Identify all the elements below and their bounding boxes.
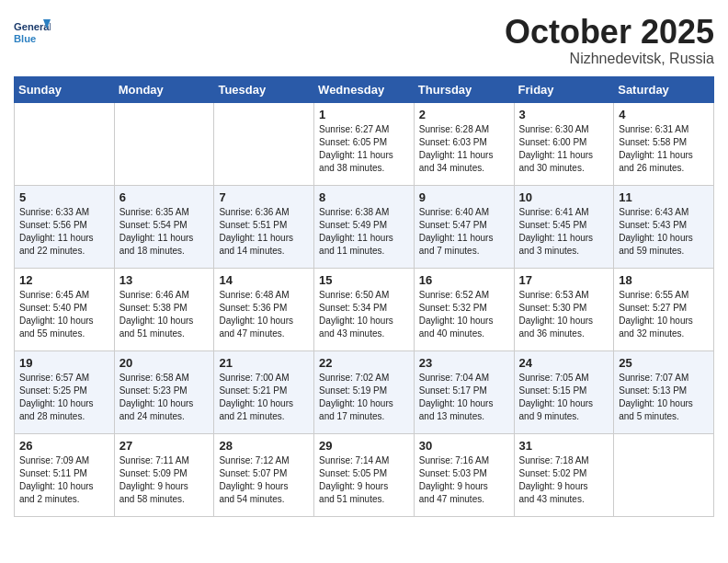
day-info: Sunrise: 7:16 AM Sunset: 5:03 PM Dayligh… <box>419 454 509 506</box>
day-number: 2 <box>419 108 509 121</box>
logo: General Blue <box>14 14 54 51</box>
day-info: Sunrise: 6:35 AM Sunset: 5:54 PM Dayligh… <box>119 206 210 258</box>
day-info: Sunrise: 7:04 AM Sunset: 5:17 PM Dayligh… <box>419 372 509 423</box>
day-number: 5 <box>19 190 109 204</box>
calendar-cell: 20Sunrise: 6:58 AM Sunset: 5:23 PM Dayli… <box>114 350 214 433</box>
day-number: 30 <box>419 439 509 453</box>
day-info: Sunrise: 6:30 AM Sunset: 6:00 PM Dayligh… <box>519 123 609 175</box>
calendar-cell: 27Sunrise: 7:11 AM Sunset: 5:09 PM Dayli… <box>114 433 214 516</box>
calendar-cell: 11Sunrise: 6:43 AM Sunset: 5:43 PM Dayli… <box>614 185 714 268</box>
day-number: 3 <box>519 108 609 121</box>
calendar-cell: 22Sunrise: 7:02 AM Sunset: 5:19 PM Dayli… <box>314 350 415 433</box>
day-info: Sunrise: 6:45 AM Sunset: 5:40 PM Dayligh… <box>19 289 109 340</box>
day-number: 17 <box>519 273 609 287</box>
day-number: 14 <box>219 273 309 287</box>
day-info: Sunrise: 7:12 AM Sunset: 5:07 PM Dayligh… <box>219 454 309 506</box>
calendar-cell <box>214 102 314 185</box>
day-info: Sunrise: 6:43 AM Sunset: 5:43 PM Dayligh… <box>619 206 709 258</box>
page-container: General Blue October 2025 Nizhnedevitsk,… <box>0 0 728 526</box>
day-info: Sunrise: 7:18 AM Sunset: 5:02 PM Dayligh… <box>519 454 609 506</box>
day-info: Sunrise: 6:27 AM Sunset: 6:05 PM Dayligh… <box>319 123 409 175</box>
day-number: 6 <box>119 190 210 204</box>
col-header-friday: Friday <box>514 76 614 102</box>
calendar-cell <box>114 102 214 185</box>
day-info: Sunrise: 6:53 AM Sunset: 5:30 PM Dayligh… <box>519 289 609 340</box>
day-info: Sunrise: 6:57 AM Sunset: 5:25 PM Dayligh… <box>19 372 109 423</box>
calendar-cell: 21Sunrise: 7:00 AM Sunset: 5:21 PM Dayli… <box>214 350 314 433</box>
day-info: Sunrise: 7:05 AM Sunset: 5:15 PM Dayligh… <box>519 372 609 423</box>
day-info: Sunrise: 6:33 AM Sunset: 5:56 PM Dayligh… <box>19 206 109 258</box>
day-info: Sunrise: 7:02 AM Sunset: 5:19 PM Dayligh… <box>319 372 409 423</box>
day-number: 1 <box>319 108 409 121</box>
day-info: Sunrise: 7:07 AM Sunset: 5:13 PM Dayligh… <box>619 372 709 423</box>
day-info: Sunrise: 6:31 AM Sunset: 5:58 PM Dayligh… <box>619 123 709 175</box>
day-info: Sunrise: 6:55 AM Sunset: 5:27 PM Dayligh… <box>619 289 709 340</box>
day-number: 29 <box>319 439 409 453</box>
day-number: 19 <box>19 356 109 370</box>
calendar-cell: 31Sunrise: 7:18 AM Sunset: 5:02 PM Dayli… <box>514 433 614 516</box>
location: Nizhnedevitsk, Russia <box>505 51 714 67</box>
calendar-cell <box>15 102 115 185</box>
calendar-cell: 17Sunrise: 6:53 AM Sunset: 5:30 PM Dayli… <box>514 268 614 350</box>
calendar-cell: 2Sunrise: 6:28 AM Sunset: 6:03 PM Daylig… <box>414 102 514 185</box>
week-row-4: 19Sunrise: 6:57 AM Sunset: 5:25 PM Dayli… <box>15 350 714 433</box>
calendar-cell: 5Sunrise: 6:33 AM Sunset: 5:56 PM Daylig… <box>15 185 115 268</box>
week-row-2: 5Sunrise: 6:33 AM Sunset: 5:56 PM Daylig… <box>15 185 714 268</box>
week-row-5: 26Sunrise: 7:09 AM Sunset: 5:11 PM Dayli… <box>15 433 714 516</box>
day-number: 24 <box>519 356 609 370</box>
calendar-table: SundayMondayTuesdayWednesdayThursdayFrid… <box>14 76 714 517</box>
calendar-cell: 8Sunrise: 6:38 AM Sunset: 5:49 PM Daylig… <box>314 185 415 268</box>
header-row: SundayMondayTuesdayWednesdayThursdayFrid… <box>15 76 714 102</box>
day-number: 7 <box>219 190 309 204</box>
day-number: 10 <box>519 190 609 204</box>
logo-icon: General Blue <box>14 14 51 51</box>
day-number: 9 <box>419 190 509 204</box>
month-title: October 2025 <box>505 14 714 51</box>
day-number: 12 <box>19 273 109 287</box>
day-number: 26 <box>19 439 109 453</box>
day-info: Sunrise: 6:58 AM Sunset: 5:23 PM Dayligh… <box>119 372 210 423</box>
calendar-cell: 14Sunrise: 6:48 AM Sunset: 5:36 PM Dayli… <box>214 268 314 350</box>
day-number: 21 <box>219 356 309 370</box>
day-number: 11 <box>619 190 709 204</box>
title-block: October 2025 Nizhnedevitsk, Russia <box>505 14 714 67</box>
day-number: 23 <box>419 356 509 370</box>
calendar-cell: 1Sunrise: 6:27 AM Sunset: 6:05 PM Daylig… <box>314 102 415 185</box>
day-info: Sunrise: 7:09 AM Sunset: 5:11 PM Dayligh… <box>19 454 109 506</box>
calendar-cell: 25Sunrise: 7:07 AM Sunset: 5:13 PM Dayli… <box>614 350 714 433</box>
day-number: 16 <box>419 273 509 287</box>
day-number: 22 <box>319 356 409 370</box>
calendar-cell: 4Sunrise: 6:31 AM Sunset: 5:58 PM Daylig… <box>614 102 714 185</box>
day-info: Sunrise: 6:41 AM Sunset: 5:45 PM Dayligh… <box>519 206 609 258</box>
calendar-cell: 9Sunrise: 6:40 AM Sunset: 5:47 PM Daylig… <box>414 185 514 268</box>
calendar-cell: 18Sunrise: 6:55 AM Sunset: 5:27 PM Dayli… <box>614 268 714 350</box>
calendar-cell: 15Sunrise: 6:50 AM Sunset: 5:34 PM Dayli… <box>314 268 415 350</box>
calendar-cell: 6Sunrise: 6:35 AM Sunset: 5:54 PM Daylig… <box>114 185 214 268</box>
calendar-cell: 10Sunrise: 6:41 AM Sunset: 5:45 PM Dayli… <box>514 185 614 268</box>
calendar-cell: 16Sunrise: 6:52 AM Sunset: 5:32 PM Dayli… <box>414 268 514 350</box>
calendar-cell: 7Sunrise: 6:36 AM Sunset: 5:51 PM Daylig… <box>214 185 314 268</box>
day-info: Sunrise: 7:14 AM Sunset: 5:05 PM Dayligh… <box>319 454 409 506</box>
day-number: 28 <box>219 439 309 453</box>
col-header-wednesday: Wednesday <box>314 76 415 102</box>
day-number: 13 <box>119 273 210 287</box>
day-info: Sunrise: 6:50 AM Sunset: 5:34 PM Dayligh… <box>319 289 409 340</box>
col-header-saturday: Saturday <box>614 76 714 102</box>
calendar-cell <box>614 433 714 516</box>
calendar-cell: 30Sunrise: 7:16 AM Sunset: 5:03 PM Dayli… <box>414 433 514 516</box>
day-number: 4 <box>619 108 709 121</box>
week-row-1: 1Sunrise: 6:27 AM Sunset: 6:05 PM Daylig… <box>15 102 714 185</box>
calendar-cell: 28Sunrise: 7:12 AM Sunset: 5:07 PM Dayli… <box>214 433 314 516</box>
day-info: Sunrise: 7:00 AM Sunset: 5:21 PM Dayligh… <box>219 372 309 423</box>
calendar-cell: 19Sunrise: 6:57 AM Sunset: 5:25 PM Dayli… <box>15 350 115 433</box>
calendar-cell: 13Sunrise: 6:46 AM Sunset: 5:38 PM Dayli… <box>114 268 214 350</box>
day-info: Sunrise: 6:40 AM Sunset: 5:47 PM Dayligh… <box>419 206 509 258</box>
day-number: 18 <box>619 273 709 287</box>
col-header-monday: Monday <box>114 76 214 102</box>
day-number: 25 <box>619 356 709 370</box>
day-info: Sunrise: 6:36 AM Sunset: 5:51 PM Dayligh… <box>219 206 309 258</box>
day-number: 20 <box>119 356 210 370</box>
day-info: Sunrise: 6:46 AM Sunset: 5:38 PM Dayligh… <box>119 289 210 340</box>
day-number: 27 <box>119 439 210 453</box>
header: General Blue October 2025 Nizhnedevitsk,… <box>14 14 714 67</box>
